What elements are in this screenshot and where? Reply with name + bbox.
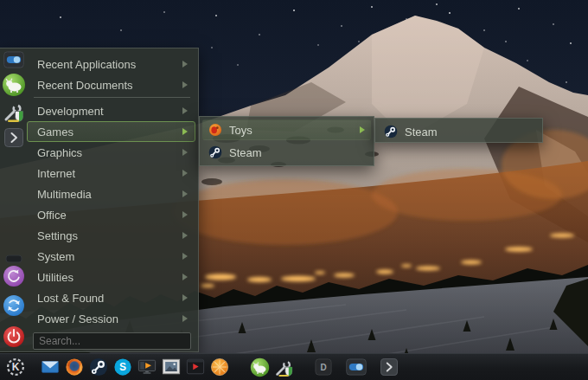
menu-item-label: Games: [37, 126, 182, 138]
submenu-arrow-icon: [182, 315, 188, 322]
menu-item-lost-and-found[interactable]: Lost & Found: [27, 287, 195, 308]
submenu-arrow-icon: [360, 126, 365, 133]
kde-menu-button[interactable]: K: [5, 357, 26, 377]
taskbar-launcher-steam[interactable]: [88, 357, 109, 377]
menu-item-label: Power / Session: [37, 312, 182, 325]
submenu-arrow-icon: [182, 170, 188, 177]
menu-item-label: Utilities: [37, 271, 182, 284]
menu-item-label: Development: [37, 105, 182, 118]
k-letter: K: [12, 361, 20, 373]
taskbar-launcher-d-app[interactable]: D: [313, 357, 334, 377]
toggle-switch-icon: [346, 358, 367, 376]
menu-item-system[interactable]: System: [27, 246, 195, 267]
submenu-arrow-icon: [182, 232, 188, 239]
submenu-arrow-icon: [182, 294, 188, 301]
toys-icon: [208, 123, 222, 137]
steam-icon: [89, 357, 108, 377]
taskbar-launcher-skype[interactable]: S: [112, 357, 133, 377]
taskbar-launcher-mail[interactable]: [40, 357, 61, 377]
submenu-item-label: Toys: [229, 124, 353, 137]
steam-icon: [384, 125, 398, 138]
skype-letter: S: [119, 361, 126, 373]
taskbar-launcher-clementine[interactable]: [209, 357, 230, 377]
menu-item-label: Recent Documents: [37, 79, 182, 92]
screen-recorder-icon: [137, 357, 157, 377]
games-submenu: Toys Steam: [199, 116, 374, 166]
chevron-right-icon: [380, 358, 398, 376]
skype-icon: S: [113, 357, 132, 377]
taskbar-launcher-screen-recorder[interactable]: [137, 357, 157, 377]
menu-side-strip: [0, 48, 27, 351]
menu-item-games[interactable]: Games: [27, 121, 195, 142]
green-mascot-icon: [250, 357, 270, 377]
taskbar: K S: [0, 353, 588, 380]
submenu-arrow-icon: [182, 274, 188, 280]
submenu-arrow-icon: [182, 149, 188, 156]
submenu-item-label: Steam: [229, 146, 365, 159]
menu-item-label: Recent Applications: [37, 58, 182, 71]
d-letter: D: [320, 363, 326, 372]
menu-item-label: Settings: [37, 229, 182, 242]
taskbar-launcher-video-player[interactable]: [185, 357, 206, 377]
taskbar-launcher-firefox[interactable]: [64, 357, 85, 377]
submenu-item-steam[interactable]: Steam: [202, 142, 371, 163]
submenu-arrow-icon: [182, 61, 188, 68]
menu-item-recent-applications[interactable]: Recent Applications: [27, 54, 195, 74]
menu-item-label: Internet: [37, 167, 182, 180]
menu-item-recent-documents[interactable]: Recent Documents: [27, 74, 195, 95]
submenu-arrow-icon: [182, 253, 188, 260]
video-player-icon: [186, 357, 205, 377]
menu-items: Recent Applications Recent Documents Dev…: [27, 48, 198, 351]
shutdown-icon[interactable]: [3, 325, 25, 348]
mail-icon: [41, 357, 60, 377]
submenu-item-steam[interactable]: Steam: [378, 121, 540, 142]
submenu-arrow-icon: [182, 128, 188, 135]
menu-item-utilities[interactable]: Utilities: [27, 267, 195, 287]
restart-icon[interactable]: [3, 294, 25, 317]
menu-item-label: Lost & Found: [37, 292, 182, 305]
toys-submenu: Steam: [374, 118, 543, 143]
side-toggle-switch-button[interactable]: [3, 51, 24, 68]
firefox-icon: [65, 357, 84, 377]
menu-item-development[interactable]: Development: [27, 100, 195, 121]
submenu-item-label: Steam: [405, 126, 534, 138]
logout-icon[interactable]: [3, 265, 25, 287]
menu-item-label: Graphics: [37, 146, 182, 159]
tools-shield-icon: [274, 357, 294, 377]
menu-item-graphics[interactable]: Graphics: [27, 142, 195, 163]
submenu-item-toys[interactable]: Toys: [202, 119, 371, 140]
side-dim-app-button[interactable]: [5, 254, 22, 263]
taskbar-launcher-image-viewer[interactable]: [161, 357, 182, 377]
side-mascot-app-button[interactable]: [2, 73, 26, 97]
menu-search-input[interactable]: [33, 332, 191, 350]
clementine-icon: [210, 357, 229, 377]
taskbar-launcher-system-tools[interactable]: [273, 357, 294, 377]
side-expand-button[interactable]: [4, 128, 23, 147]
taskbar-expand-button[interactable]: [379, 357, 399, 377]
side-tools-app-button[interactable]: [3, 100, 25, 123]
menu-item-office[interactable]: Office: [27, 204, 195, 225]
submenu-arrow-icon: [182, 107, 188, 114]
menu-item-internet[interactable]: Internet: [27, 163, 195, 184]
application-menu: Recent Applications Recent Documents Dev…: [0, 48, 199, 352]
menu-item-settings[interactable]: Settings: [27, 225, 195, 246]
submenu-arrow-icon: [182, 81, 188, 88]
menu-item-label: Office: [37, 209, 182, 222]
image-frame-icon: [162, 357, 181, 377]
steam-icon: [208, 145, 222, 159]
submenu-arrow-icon: [182, 190, 188, 197]
taskbar-launcher-mascot-app[interactable]: [249, 357, 270, 377]
menu-item-label: Multimedia: [37, 188, 182, 201]
menu-item-power-session[interactable]: Power / Session: [27, 308, 195, 329]
submenu-arrow-icon: [182, 211, 188, 218]
menu-separator: [34, 97, 190, 98]
menu-item-multimedia[interactable]: Multimedia: [27, 184, 195, 204]
menu-item-label: System: [37, 250, 182, 263]
taskbar-launcher-toggle-app[interactable]: [346, 357, 367, 377]
d-app-icon: D: [315, 358, 332, 376]
